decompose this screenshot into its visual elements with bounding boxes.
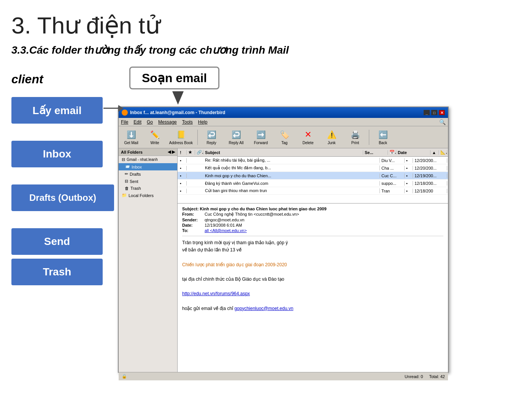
tb-preview-pane: Subject: Kinh moi gop y cho du thao Chie… (178, 203, 448, 372)
btn-write[interactable]: ✏️ Write (144, 127, 166, 147)
row-subject: Đăng ký thành viên GameVui.com (203, 181, 380, 186)
folder-box-send[interactable]: Send (11, 228, 103, 255)
tb-titlebar: Inbox f... at.leanh@gmail.com - Thunderb… (119, 107, 448, 118)
sidebar-item-gmail-account[interactable]: ⊟ Gmail - nhat.leanh (119, 156, 177, 163)
preview-subject-label: Subject: Kinh moi gop y cho du thao Chie… (182, 207, 327, 211)
maximize-button[interactable]: □ (431, 110, 437, 115)
btn-junk[interactable]: ⚠️ Junk (321, 127, 343, 147)
row-subject: Kinh moi gop y cho du thao Chien... (203, 173, 380, 178)
tb-sidebar-header: All Folders ◀ ▶ (119, 148, 177, 156)
table-row[interactable]: • Kết quả cuộc thi Mc đầm đang, b... Cha… (178, 164, 448, 172)
btn-junk-label: Junk (327, 141, 335, 145)
menu-tools[interactable]: Tools (182, 119, 193, 125)
row-flag: • (178, 189, 187, 193)
row-date: 12/18/200 (413, 189, 447, 193)
minimize-button[interactable]: _ (424, 110, 430, 115)
preview-from-row: From: Cuc Công nghệ Thông tin <cuccntt@m… (182, 212, 443, 217)
compose-bubble: Soạn email (129, 67, 219, 89)
menu-message[interactable]: Message (158, 119, 177, 125)
btn-get-mail-label: Get Mail (124, 141, 138, 145)
from-value: Cuc Công nghệ Thông tin <cuccntt@moet.ed… (205, 212, 299, 217)
sidebar-local-label: Local Folders (129, 193, 154, 198)
tb-search-icon[interactable]: 🔍 (439, 119, 446, 125)
btn-get-mail[interactable]: ⬇️ Get Mail (120, 127, 142, 147)
row-subject: Re: Rất nhiều tài liệu, bài giảng, ... (203, 158, 380, 163)
btn-print[interactable]: 🖨️ Print (344, 127, 366, 147)
row-icon: • (405, 173, 413, 178)
total-count: Total: 42 (429, 374, 445, 379)
body-link[interactable]: http://edu.net.vn/forums/964.aspx (182, 291, 250, 296)
row-sender: Cha ... (380, 166, 405, 170)
sidebar-item-drafts[interactable]: ✏ Drafts (119, 170, 177, 178)
junk-icon: ⚠️ (326, 129, 337, 140)
menu-go[interactable]: Go (147, 119, 153, 125)
col-icon: 📅 (388, 150, 396, 155)
preview-date-row: Date: 12/19/2008 6:01 AM (182, 223, 443, 227)
col-sender: Se... (363, 150, 388, 155)
row-date: 12/18/200... (413, 181, 447, 186)
table-row[interactable]: • Đăng ký thành viên GameVui.com suppo..… (178, 180, 448, 187)
btn-back[interactable]: ⬅️ Back (372, 127, 394, 147)
tb-window-controls: _ □ ✕ (424, 110, 445, 115)
local-folders-icon: 📁 (122, 193, 127, 198)
reply-all-icon: ↩️ (231, 129, 241, 140)
folder-box-layemail[interactable]: Lấy email (11, 97, 103, 124)
folder-box-inbox[interactable]: Inbox (11, 141, 103, 167)
sidebar-inbox-label: Inbox (132, 165, 142, 169)
menu-help[interactable]: Help (198, 119, 208, 125)
sidebar-item-sent[interactable]: ⊟ Sent (119, 178, 177, 185)
inbox-folder-icon: 📨 (125, 164, 130, 169)
to-value[interactable]: all <All@moet.edu.vn> (205, 228, 247, 233)
folder-box-trash[interactable]: Trash (11, 259, 103, 285)
menu-file[interactable]: File (121, 119, 128, 125)
btn-print-label: Print (351, 141, 359, 145)
from-label: From: (182, 212, 203, 217)
gmail-account-label: Gmail - nhat.leanh (127, 157, 158, 162)
btn-forward-label: Forward (254, 141, 268, 145)
folder-box-drafts[interactable]: Drafts (Outbox) (11, 184, 114, 211)
drafts-folder-icon: ✏ (125, 172, 128, 176)
preview-subject-row: Subject: Kinh moi gop y cho du thao Chie… (182, 207, 443, 211)
unread-count: Unread: 0 (405, 374, 423, 379)
close-button[interactable]: ✕ (439, 110, 445, 115)
btn-reply[interactable]: ↩️ Reply (200, 127, 222, 147)
sidebar-item-local-folders[interactable]: 📁 Local Folders (119, 192, 177, 199)
table-row[interactable]: • Re: Rất nhiều tài liệu, bài giảng, ...… (178, 157, 448, 164)
menu-edit[interactable]: Edit (133, 119, 141, 125)
btn-forward[interactable]: ➡️ Forward (250, 127, 272, 147)
row-date: 12/19/200... (413, 173, 447, 178)
thunderbird-window: Inbox f... at.leanh@gmail.com - Thunderb… (118, 107, 449, 373)
col-sort: ▲ (430, 150, 439, 155)
row-flag: • (178, 181, 187, 186)
to-label: To: (182, 228, 203, 233)
btn-tag[interactable]: 🏷️ Tag (273, 127, 295, 147)
sidebar-item-trash[interactable]: 🗑 Trash (119, 185, 177, 192)
gmail-account-icon: ⊟ (122, 157, 125, 162)
body-email-link[interactable]: gopychienluoc@moet.edu.vn (234, 306, 293, 311)
body-highlight: Chiến lược phát triển giáo dục giai đoạn… (182, 261, 443, 269)
sidebar-toggle[interactable]: ◀ ▶ (168, 149, 175, 154)
row-date: 12/20/200... (413, 166, 447, 170)
row-flag: • (178, 173, 187, 178)
col-size: 📐 (439, 150, 447, 155)
table-row[interactable]: • Kinh moi gop y cho du thao Chien... Cu… (178, 172, 448, 180)
tb-preview-header: Subject: Kinh moi gop y cho du thao Chie… (182, 207, 443, 236)
btn-address-book[interactable]: 📒 Address Book (167, 127, 195, 147)
address-book-icon: 📒 (176, 129, 186, 140)
status-icon: 🔒 (122, 374, 127, 379)
btn-delete-label: Delete (303, 141, 314, 145)
row-sender: Cuc C... (380, 173, 405, 178)
date-value: 12/19/2008 6:01 AM (205, 223, 242, 227)
tb-statusbar: 🔒 Unread: 0 Total: 42 (119, 372, 448, 380)
sidebar-item-inbox[interactable]: 📨 Inbox (119, 163, 177, 170)
row-flag: • (178, 166, 187, 170)
tb-message-list[interactable]: ! ★ 🔗 Subject Se... 📅 Date ▲ 📐 • Re: Rất… (178, 148, 448, 203)
table-row[interactable]: • Cứi ban gini thiou nhan mom trun Tran … (178, 187, 448, 195)
layemail-arrowhead (118, 105, 124, 112)
tb-menubar: File Edit Go Message Tools Help 🔍 (119, 118, 448, 126)
btn-reply-all[interactable]: ↩️ Reply All (224, 127, 248, 147)
row-sender: suppo... (380, 181, 405, 186)
row-sender: Tran (380, 189, 405, 193)
body-line1: Trân trọng kính mời quý vị tham gia thảo… (182, 239, 443, 246)
btn-delete[interactable]: ✕ Delete (297, 127, 319, 147)
